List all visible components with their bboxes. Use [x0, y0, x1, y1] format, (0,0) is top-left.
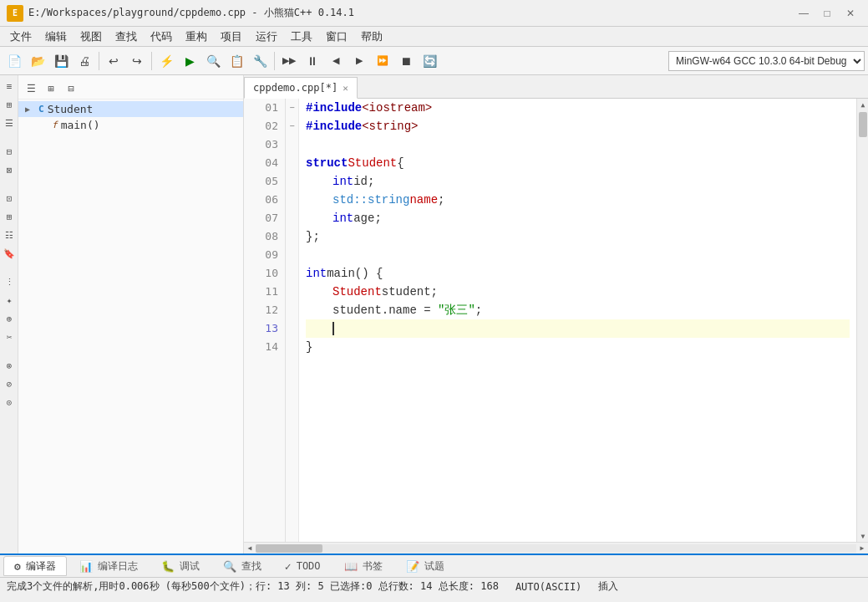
sidebar-icon-1[interactable]: ≡	[2, 79, 17, 94]
menu-project[interactable]: 项目	[214, 28, 249, 46]
scroll-thumb[interactable]	[859, 112, 867, 137]
tb-redo[interactable]: ↪	[126, 50, 148, 72]
bottom-tab-problems[interactable]: 📝 试题	[395, 556, 455, 576]
compiler-select[interactable]: MinGW-w64 GCC 10.3.0 64-bit Debug	[668, 51, 865, 71]
tab-label: cppdemo.cpp[*]	[253, 82, 338, 94]
bottom-tab-todo[interactable]: ✓ TODO	[274, 556, 332, 576]
tree-item-student[interactable]: ▶ C Student	[18, 101, 243, 117]
title-text: E:/Workspaces/playground/cppdemo.cpp - 小…	[28, 6, 354, 20]
minimize-button[interactable]: —	[793, 5, 815, 22]
code-line-9	[306, 246, 850, 264]
file-tree-panel: ☰ ⊞ ⊟ ▶ C Student f main()	[18, 75, 244, 554]
toolbar-separator-2	[151, 52, 152, 70]
title-controls: — □ ✕	[793, 5, 861, 22]
tb-step-into[interactable]: ▶▶	[278, 50, 300, 72]
h-scroll-left[interactable]: ◀	[244, 543, 256, 554]
scroll-down-button[interactable]: ▼	[857, 530, 868, 542]
main-area: ≡ ⊞ ☰ ⊟ ⊠ ⊡ ⊞ ☷ 🔖 ⋮ ✦ ⊕ ✂ ⊗ ⊘ ⊙ ☰ ⊞ ⊟ ▶ …	[0, 75, 868, 554]
menu-refactor[interactable]: 重构	[179, 28, 214, 46]
tb-step-back[interactable]: ◀	[325, 50, 347, 72]
tb-restart[interactable]: 🔄	[419, 50, 440, 72]
menu-window[interactable]: 窗口	[319, 28, 354, 46]
debug-tab-label: 调试	[180, 559, 200, 574]
sidebar-icon-12[interactable]: ⊕	[2, 311, 17, 326]
code-editor[interactable]: #include <iostream> #include <string> st…	[299, 99, 856, 542]
sidebar-icon-11[interactable]: ✦	[2, 293, 17, 308]
tb-step-out[interactable]: ⏩	[372, 50, 393, 72]
fold-column: − −	[286, 99, 299, 542]
h-scroll-track[interactable]	[256, 544, 856, 553]
sidebar-icon-3[interactable]: ☰	[2, 115, 17, 130]
h-scroll-right[interactable]: ▶	[856, 543, 868, 554]
tb-step-next[interactable]: ▶	[348, 50, 370, 72]
sidebar-icon-13[interactable]: ✂	[2, 329, 17, 344]
tb-pause[interactable]: ⏸	[302, 50, 323, 72]
tb-undo[interactable]: ↩	[103, 50, 124, 72]
tb-print[interactable]: 🖨	[74, 50, 95, 72]
tree-label-main: main()	[61, 119, 100, 131]
menu-edit[interactable]: 编辑	[38, 28, 74, 46]
menu-search[interactable]: 查找	[109, 28, 144, 46]
tree-btn-2[interactable]: ⊞	[42, 80, 60, 97]
sidebar-icon-10[interactable]: ⋮	[2, 274, 17, 289]
code-line-8: };	[306, 227, 850, 246]
close-button[interactable]: ✕	[840, 5, 861, 22]
tb-find[interactable]: 🔍	[202, 50, 224, 72]
text-cursor	[332, 322, 334, 335]
maximize-button[interactable]: □	[816, 5, 838, 22]
tb-stop[interactable]: ⏹	[395, 50, 417, 72]
find-tab-icon: 🔍	[223, 560, 236, 573]
menu-tools[interactable]: 工具	[284, 28, 319, 46]
code-line-1: #include <iostream>	[306, 99, 850, 117]
sidebar-icon-14[interactable]: ⊗	[2, 358, 17, 373]
tree-icon-student: C	[38, 104, 44, 115]
menu-code[interactable]: 代码	[144, 28, 179, 46]
right-scrollbar: ▲ ▼	[856, 99, 868, 542]
sidebar-icon-15[interactable]: ⊘	[2, 376, 17, 391]
bottom-tab-debug[interactable]: 🐛 调试	[150, 556, 211, 576]
menu-view[interactable]: 视图	[74, 28, 109, 46]
toolbar: 📄 📂 💾 🖨 ↩ ↪ ⚡ ▶ 🔍 📋 🔧 ▶▶ ⏸ ◀ ▶ ⏩ ⏹ 🔄 Min…	[0, 47, 868, 75]
tb-open[interactable]: 📂	[27, 50, 48, 72]
bottom-tab-find[interactable]: 🔍 查找	[212, 556, 272, 576]
tb-new[interactable]: 📄	[3, 50, 25, 72]
bookmarks-tab-icon: 📖	[344, 560, 358, 573]
sidebar-icon-16[interactable]: ⊙	[2, 395, 17, 410]
tree-btn-3[interactable]: ⊟	[62, 80, 80, 97]
tb-compile-flash[interactable]: ⚡	[155, 50, 177, 72]
tab-bar: cppdemo.cpp[*] ✕	[244, 75, 868, 99]
h-scroll-thumb[interactable]	[256, 544, 322, 553]
sidebar-icon-4[interactable]: ⊟	[2, 144, 17, 159]
menu-file[interactable]: 文件	[3, 28, 38, 46]
sidebar-icon-6[interactable]: ⊡	[2, 191, 17, 206]
bottom-tab-compile-log[interactable]: 📊 编译日志	[69, 556, 149, 576]
sidebar-icon-9[interactable]: 🔖	[2, 246, 17, 261]
tb-copy[interactable]: 📋	[226, 50, 247, 72]
sidebar-icon-5[interactable]: ⊠	[2, 162, 17, 177]
tb-save[interactable]: 💾	[50, 50, 72, 72]
sidebar-icon-7[interactable]: ⊞	[2, 209, 17, 224]
bottom-tab-bookmarks[interactable]: 📖 书签	[333, 556, 393, 576]
bottom-tab-compiler[interactable]: ⚙ 编译器	[3, 556, 67, 576]
sidebar-icon-2[interactable]: ⊞	[2, 97, 17, 112]
tree-btn-1[interactable]: ☰	[22, 80, 40, 97]
tree-item-main[interactable]: f main()	[18, 117, 243, 133]
editor-area: cppdemo.cpp[*] ✕ 01 02 03 04 05 06 07 08…	[244, 75, 868, 554]
code-line-2: #include <string>	[306, 117, 850, 135]
tb-settings[interactable]: 🔧	[249, 50, 271, 72]
toolbar-separator-3	[274, 52, 275, 70]
code-line-5: int id;	[306, 172, 850, 191]
tab-close-button[interactable]: ✕	[343, 83, 348, 94]
status-bar: 完成3个文件的解析,用时0.006秒 (每秒500个文件)；行: 13 列: 5…	[0, 577, 868, 595]
tb-run[interactable]: ▶	[179, 50, 201, 72]
code-container: 01 02 03 04 05 06 07 08 09 10 11 12 13 1…	[244, 99, 868, 542]
compiler-tab-label: 编译器	[26, 559, 56, 574]
menu-run[interactable]: 运行	[249, 28, 284, 46]
sidebar-icon-8[interactable]: ☷	[2, 227, 17, 242]
scroll-up-button[interactable]: ▲	[857, 99, 868, 110]
left-sidebar: ≡ ⊞ ☰ ⊟ ⊠ ⊡ ⊞ ☷ 🔖 ⋮ ✦ ⊕ ✂ ⊗ ⊘ ⊙	[0, 75, 18, 554]
menu-help[interactable]: 帮助	[354, 28, 389, 46]
toolbar-separator-1	[99, 52, 99, 70]
editor-tab-cppdemo[interactable]: cppdemo.cpp[*] ✕	[244, 77, 358, 99]
bottom-tabs: ⚙ 编译器 📊 编译日志 🐛 调试 🔍 查找 ✓ TODO 📖 书签 📝 试题	[0, 554, 868, 577]
